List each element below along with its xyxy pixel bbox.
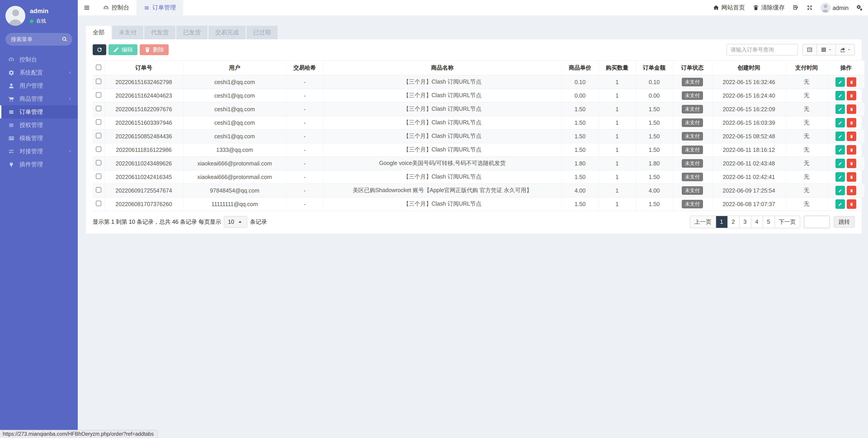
topbar-tab-order-mgmt[interactable]: 订单管理 (136, 0, 183, 15)
bars-icon (84, 4, 90, 11)
row-edit-button[interactable] (836, 118, 845, 127)
row-delete-button[interactable] (847, 131, 857, 141)
cell-order_no: 202206151603397946 (104, 116, 183, 129)
sidebar-toggle-button[interactable] (78, 0, 96, 15)
row-edit-button[interactable] (836, 104, 845, 114)
filter-tab-expired[interactable]: 已过期 (246, 26, 278, 39)
select-all-checkbox[interactable] (96, 64, 101, 70)
language-switch-button[interactable] (792, 4, 799, 11)
row-select-cell (93, 197, 104, 211)
cell-tx_hash: - (286, 197, 323, 211)
page-jump-button[interactable]: 跳转 (834, 216, 855, 228)
cell-user: ceshi1@qq.com (183, 75, 286, 89)
filter-tab-shipped[interactable]: 已发货 (176, 26, 208, 39)
page-button-2[interactable]: 2 (727, 216, 739, 228)
sidebar-item-order-mgmt[interactable]: 订单管理 (0, 105, 78, 118)
row-checkbox[interactable] (96, 160, 101, 165)
cell-paid_at: 无 (786, 89, 827, 102)
filter-tab-unpaid[interactable]: 未支付 (112, 26, 143, 39)
sidebar-item-plugin-mgmt[interactable]: 插件管理 (0, 158, 78, 171)
page-jump-input[interactable] (804, 216, 830, 228)
cell-order_no: 202206110243489626 (104, 157, 183, 170)
filter-tab-all[interactable]: 全部 (86, 26, 111, 39)
order-status-badge: 未支付 (682, 186, 703, 195)
sidebar-item-user-mgmt[interactable]: 用户管理 (0, 79, 78, 92)
row-delete-button[interactable] (847, 118, 857, 127)
cell-created_at: 2022-06-11 18:16:12 (712, 143, 786, 157)
table-row-9: 20220609172554767497848454@qq.com-美区已购Sh… (93, 184, 864, 197)
row-checkbox[interactable] (96, 106, 101, 111)
row-delete-button[interactable] (847, 172, 857, 182)
row-edit-button[interactable] (836, 186, 845, 195)
cell-status: 未支付 (673, 129, 712, 143)
sidebar-item-goods-mgmt[interactable]: 商品管理 (0, 92, 78, 105)
page-button-3[interactable]: 3 (739, 216, 751, 228)
row-delete-button[interactable] (847, 199, 857, 209)
row-delete-button[interactable] (847, 77, 857, 87)
row-edit-button[interactable] (836, 131, 845, 141)
column-header-order_no: 订单号 (104, 60, 183, 75)
fullscreen-button[interactable] (806, 4, 813, 11)
sidebar-item-template-mgmt[interactable]: 模板管理 (0, 131, 78, 145)
row-checkbox[interactable] (96, 133, 101, 138)
page-size-select[interactable]: 10 (224, 216, 247, 228)
cell-order_no: 202206151624404623 (104, 89, 183, 102)
row-edit-button[interactable] (836, 77, 845, 87)
row-delete-button[interactable] (847, 91, 857, 100)
row-delete-button[interactable] (847, 186, 857, 195)
sidebar-item-dashboard[interactable]: 控制台 (0, 53, 78, 66)
row-checkbox[interactable] (96, 174, 101, 179)
detail-view-button[interactable] (803, 44, 816, 55)
records-summary-suffix: 条记录 (250, 218, 267, 226)
row-edit-button[interactable] (836, 199, 845, 209)
delete-button[interactable]: 删除 (140, 44, 168, 55)
list-icon (8, 122, 14, 128)
row-checkbox[interactable] (96, 92, 101, 98)
page-button-5[interactable]: 5 (763, 216, 774, 228)
caret-down-icon (828, 48, 832, 52)
page-button-4[interactable]: 4 (751, 216, 763, 228)
cell-amount: 0.10 (636, 75, 673, 89)
site-home-link[interactable]: 网站首页 (713, 4, 745, 12)
sidebar-item-connect-mgmt[interactable]: 对接管理 (0, 145, 78, 158)
row-delete-button[interactable] (847, 159, 857, 168)
page-button-1[interactable]: 1 (715, 216, 727, 228)
cell-created_at: 2022-06-08 17:07:37 (712, 197, 786, 211)
sidebar-item-auth-mgmt[interactable]: 授权管理 (0, 118, 78, 131)
row-delete-button[interactable] (847, 145, 857, 155)
pagination-prev-button[interactable]: 上一页 (690, 216, 715, 228)
search-icon[interactable] (61, 36, 68, 42)
row-checkbox[interactable] (96, 187, 101, 193)
filter-tab-completed[interactable]: 交易完成 (209, 26, 246, 39)
export-button[interactable] (835, 44, 855, 55)
table-toolbar: 编辑 删除 (93, 44, 855, 56)
topbar-tab-dashboard[interactable]: 控制台 (96, 0, 136, 15)
sidebar-item-system-config[interactable]: 系统配置 (0, 66, 78, 79)
cell-product: 【三个月】Clash 订阅URL节点 (323, 89, 561, 102)
row-checkbox[interactable] (96, 147, 101, 152)
row-checkbox[interactable] (96, 119, 101, 125)
table-row-2: 202206151624404623ceshi1@qq.com-【三个月】Cla… (93, 89, 864, 102)
row-checkbox[interactable] (96, 201, 101, 206)
row-edit-button[interactable] (836, 159, 845, 168)
row-edit-button[interactable] (836, 172, 845, 182)
table-row-6: 2022061118161229861333@qq.com-【三个月】Clash… (93, 143, 864, 157)
order-search-input[interactable] (726, 44, 798, 56)
filter-tab-to-ship[interactable]: 代发货 (144, 26, 176, 39)
row-edit-button[interactable] (836, 145, 845, 155)
clear-cache-button[interactable]: 清除缓存 (752, 4, 784, 12)
sidebar-search (5, 33, 72, 46)
cell-tx_hash: - (286, 116, 323, 129)
grid-icon (820, 46, 827, 53)
refresh-button[interactable] (93, 44, 106, 55)
settings-menu-button[interactable] (856, 4, 863, 11)
edit-button[interactable]: 编辑 (108, 44, 137, 55)
row-checkbox[interactable] (96, 79, 101, 84)
row-delete-button[interactable] (847, 104, 857, 114)
pagination-next-button[interactable]: 下一页 (774, 216, 800, 228)
columns-toggle-button[interactable] (816, 44, 835, 55)
current-user-menu[interactable]: admin (820, 3, 848, 13)
user-avatar[interactable] (5, 6, 25, 26)
row-edit-button[interactable] (836, 91, 845, 100)
orders-table: 订单号用户交易哈希商品名称商品单价购买数量订单金额订单状态创建时间支付时间操作 … (93, 60, 864, 211)
